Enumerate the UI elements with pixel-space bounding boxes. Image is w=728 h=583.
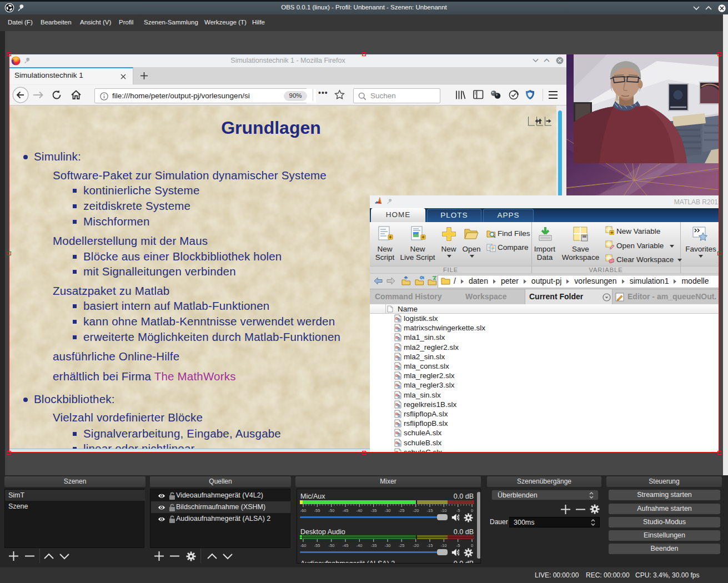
svg-text:-10: -10: [441, 543, 447, 548]
svg-text:-60: -60: [300, 543, 307, 548]
svg-text:-5: -5: [456, 543, 460, 548]
svg-text:-5: -5: [456, 508, 460, 513]
svg-text:-20: -20: [413, 543, 419, 548]
svg-text:-35: -35: [371, 543, 377, 548]
svg-text:-40: -40: [357, 543, 363, 548]
svg-text:-55: -55: [314, 543, 320, 548]
svg-text:0: 0: [471, 543, 473, 548]
svg-text:-50: -50: [329, 543, 335, 548]
svg-text:-55: -55: [314, 508, 320, 513]
svg-text:-25: -25: [399, 508, 405, 513]
svg-text:-25: -25: [399, 543, 405, 548]
svg-text:-40: -40: [357, 508, 363, 513]
svg-text:-35: -35: [371, 508, 377, 513]
svg-text:-10: -10: [441, 508, 447, 513]
svg-text:-20: -20: [413, 508, 419, 513]
svg-text:0: 0: [471, 508, 473, 513]
svg-text:-50: -50: [329, 508, 335, 513]
svg-text:-30: -30: [385, 508, 391, 513]
svg-text:-15: -15: [427, 508, 433, 513]
svg-text:-30: -30: [385, 543, 391, 548]
svg-text:-60: -60: [300, 508, 307, 513]
svg-text:-45: -45: [343, 543, 349, 548]
svg-text:-45: -45: [343, 508, 349, 513]
svg-text:-15: -15: [427, 543, 433, 548]
